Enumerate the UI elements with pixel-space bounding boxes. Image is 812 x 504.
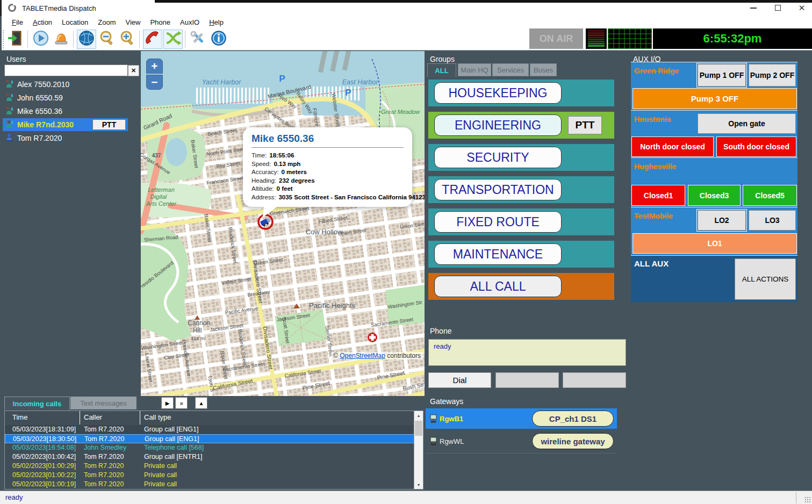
menu-auxio[interactable]: AuxIO	[175, 17, 204, 27]
aux-section: TestMobileLO2LO3LO1	[631, 207, 797, 255]
group-button[interactable]: ENGINEERING	[434, 114, 562, 136]
phone-button[interactable]	[143, 30, 162, 49]
call-row[interactable]: 05/02/2023[01:00:42]Tom R7.2020Group cal…	[5, 452, 414, 462]
menu-phone[interactable]: Phone	[145, 17, 175, 27]
groups-tab-main-hq[interactable]: Main HQ	[458, 63, 491, 76]
map[interactable]: Yacht HarborEast HarborPPGreat MeadowLet…	[141, 51, 425, 396]
aux-site-label: TestMobile	[634, 212, 673, 220]
groups-tab-services[interactable]: Services	[492, 63, 529, 76]
phone-blank-button[interactable]	[495, 372, 559, 388]
call-row[interactable]: 05/02/2023[01:00:19]Tom R7.2020Private c…	[5, 480, 414, 489]
map-label: Hill	[193, 327, 202, 334]
resize-grip[interactable]	[804, 496, 811, 503]
gateway-row[interactable]: RgwWLwireline gateway	[426, 431, 617, 451]
menu-file[interactable]: File	[7, 17, 28, 27]
menu-location[interactable]: Location	[57, 17, 93, 27]
aux-button[interactable]: LO1	[633, 233, 797, 254]
menu-zoom[interactable]: Zoom	[93, 17, 120, 27]
popup-detail-row: Accuracy:0 meters	[251, 168, 404, 177]
map-zoom-in-button[interactable]: +	[146, 59, 163, 74]
map-label: Letterman	[148, 186, 175, 193]
osm-link[interactable]: OpenStreetMap	[340, 352, 385, 359]
column-header[interactable]: Call type	[144, 413, 171, 421]
call-row[interactable]: 05/02/2023[01:00:29]Tom R7.2020Private c…	[5, 462, 414, 471]
calls-tab-incoming-calls[interactable]: Incoming calls	[4, 397, 70, 410]
column-header[interactable]: Time	[12, 413, 27, 421]
column-header[interactable]: Caller	[84, 413, 102, 421]
menu-action[interactable]: Action	[28, 17, 57, 27]
tools-button[interactable]	[189, 30, 208, 49]
aux-button[interactable]: Pump 3 OFF	[633, 88, 797, 109]
group-button[interactable]: TRANSPORTATION	[434, 179, 562, 200]
gateway-channel-button[interactable]: wireline gateway	[532, 433, 614, 449]
map-label: 114 m	[191, 335, 205, 341]
users-search-input[interactable]	[4, 64, 128, 76]
menu-view[interactable]: View	[121, 17, 146, 27]
map-attribution: © OpenStreetMap contributors	[331, 352, 423, 359]
group-button[interactable]: HOUSEKEEPING	[434, 82, 562, 104]
window-title: TABLETmedia Dispatch	[22, 4, 96, 12]
user-row[interactable]: Mike 6550.36	[3, 105, 128, 118]
groups-tab-buses[interactable]: Buses	[530, 63, 557, 76]
group-button[interactable]: SECURITY	[434, 147, 562, 168]
users-search-clear-button[interactable]: ✕	[128, 65, 139, 76]
aux-site-label: Hughesville	[634, 162, 677, 171]
call-row[interactable]: 05/03/2023[18:30:50]Tom R7.2020Group cal…	[5, 434, 414, 443]
group-button[interactable]: ALL CALL	[434, 276, 562, 297]
scroll-up-arrow[interactable]: ▲	[414, 411, 423, 420]
map-zoom-out-button[interactable]: −	[146, 75, 163, 90]
globe-icon	[78, 30, 95, 49]
aux-button[interactable]: LO3	[749, 210, 796, 231]
aux-button[interactable]: Closed1	[631, 185, 685, 206]
up-button[interactable]: ▲	[195, 397, 207, 409]
call-type: Group call [ENTR1]	[144, 453, 202, 460]
aux-button[interactable]: Open gate	[698, 113, 796, 134]
aux-button[interactable]: Closed5	[743, 185, 797, 206]
all-actions-button[interactable]: ALL ACTIONS	[735, 258, 796, 300]
call-row[interactable]: 05/02/2023[01:00:22]Tom R7.2020Private c…	[5, 471, 414, 480]
call-row[interactable]: 05/03/2023[16:54:08]John SmedleyTelephon…	[5, 443, 414, 452]
map-label: 437	[152, 153, 161, 159]
map-label: East Harbor	[342, 78, 379, 86]
group-button[interactable]: FIXED ROUTE	[434, 211, 562, 233]
play-button[interactable]	[31, 30, 51, 49]
exit-door-button[interactable]	[6, 30, 25, 49]
aux-button[interactable]: North door closed	[631, 136, 714, 157]
play-button[interactable]: ▶	[161, 397, 174, 409]
gateway-row[interactable]: RgwB1CP_ch1 DS1	[426, 408, 617, 429]
user-row[interactable]: John 6550.59	[3, 91, 128, 104]
group-ptt-button[interactable]: PTT	[568, 116, 602, 134]
zoom-in-button[interactable]	[118, 30, 137, 49]
user-row[interactable]: Alex 7550.2010	[3, 78, 128, 91]
aux-button[interactable]: Pump 2 OFF	[749, 64, 796, 87]
aux-button[interactable]: South door closed	[716, 136, 796, 157]
gateway-channel-button[interactable]: CP_ch1 DS1	[532, 411, 614, 427]
info-icon	[210, 30, 227, 49]
phone-blank-button[interactable]	[563, 372, 626, 388]
siren-button[interactable]	[52, 30, 71, 49]
stop-button[interactable]: ■	[175, 397, 188, 409]
dial-button[interactable]: Dial	[428, 372, 491, 388]
user-row[interactable]: Mike R7nd.2030PTT	[3, 118, 128, 131]
user-row[interactable]: Tom R7.2020	[3, 132, 128, 145]
siren-icon	[53, 30, 70, 49]
aux-button[interactable]: Pump 1 OFF	[698, 64, 746, 87]
calls-tab-text-messages[interactable]: Text messages	[70, 397, 136, 409]
call-row[interactable]: 05/03/2023[18:31:09]Tom R7.2020Group cal…	[5, 425, 414, 434]
scroll-down-arrow[interactable]: ▼	[414, 480, 423, 489]
menu-help[interactable]: Help	[204, 17, 228, 27]
scroll-thumb[interactable]	[415, 421, 422, 436]
call-type: Private call	[144, 480, 177, 488]
calls-scrollbar[interactable]: ▲ ▼	[414, 411, 423, 489]
status-text: ready	[5, 493, 23, 501]
shuffle-button[interactable]	[163, 30, 183, 49]
user-ptt-button[interactable]: PTT	[92, 119, 126, 130]
zoom-out-button[interactable]	[97, 30, 117, 49]
info-button[interactable]	[209, 30, 228, 49]
aux-button[interactable]: Closed3	[688, 185, 741, 206]
groups-tab-all[interactable]: ALL	[427, 63, 456, 77]
globe-button[interactable]	[77, 30, 96, 49]
aux-button[interactable]: LO2	[698, 210, 746, 231]
group-button[interactable]: MAINTENANCE	[434, 243, 562, 265]
user-name: Tom R7.2020	[17, 134, 62, 142]
